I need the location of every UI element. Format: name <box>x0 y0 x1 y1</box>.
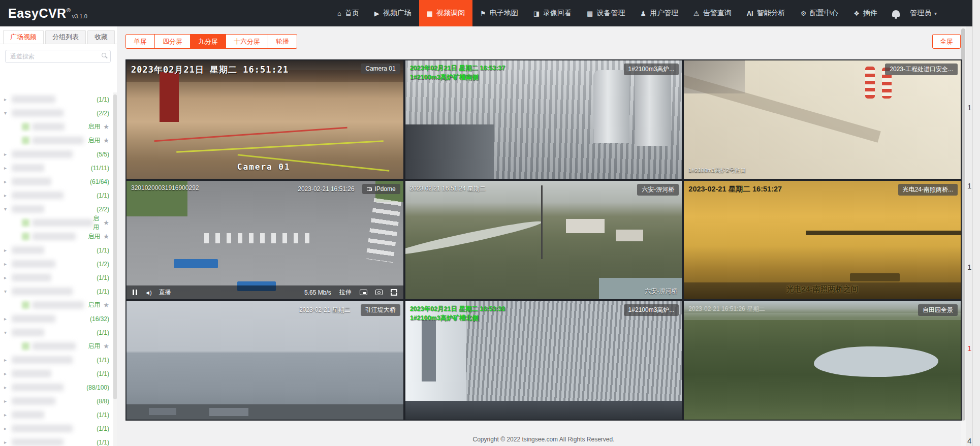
video-tile-3[interactable]: 2023-工程处进口安全... 1#2100m3高炉2号路口 <box>684 60 961 179</box>
right-edge-rail <box>972 0 980 446</box>
pip-icon[interactable] <box>360 290 367 295</box>
video-tile-1[interactable]: 2023年02月21日 星期二 16:51:21 Camera 01 Camer… <box>127 60 403 179</box>
channel-name-blurred <box>12 315 55 323</box>
tree-row[interactable]: 启用 ★ <box>0 298 113 312</box>
nav-item[interactable]: ⚠ 告警查询 <box>686 0 739 26</box>
expand-arrow-icon: ▸ <box>4 316 12 322</box>
tree-row[interactable]: 启用 ★ <box>0 339 113 353</box>
tree-row[interactable]: 启用 ★ <box>0 120 113 134</box>
search-input[interactable] <box>5 50 111 63</box>
nav-item[interactable]: ◨ 录像回看 <box>526 0 579 26</box>
tree-row[interactable]: ▸ (1/1) <box>0 92 113 106</box>
nav-item[interactable]: ⌂ 首页 <box>330 0 367 26</box>
tree-row[interactable]: ▸ (8/8) <box>0 394 113 408</box>
channel-name-blurred <box>12 397 55 405</box>
search-icon <box>102 53 106 57</box>
nav-item[interactable]: AI 智能分析 <box>739 0 793 26</box>
tree-row[interactable]: ▾ (2/2) <box>0 106 113 120</box>
layout-button[interactable]: 九分屏 <box>190 34 226 49</box>
layout-button[interactable]: 单屏 <box>125 34 155 49</box>
osd-camera-name: 1#2100m3高炉矿槽北侧 <box>410 313 505 323</box>
tree-row[interactable]: ▸ (88/100) <box>0 380 113 394</box>
tree-row[interactable]: 启用 ★ <box>0 216 113 230</box>
tree-row[interactable]: ▸ (11/11) <box>0 161 113 175</box>
tree-row[interactable]: ▸ (61/64) <box>0 175 113 188</box>
expand-arrow-icon: ▸ <box>4 357 12 363</box>
expand-arrow-icon: ▸ <box>4 371 12 376</box>
sidebar-scrollbar-thumb[interactable] <box>113 94 117 399</box>
nav-item[interactable]: ♟ 用户管理 <box>633 0 686 26</box>
nav-item[interactable]: ▶ 视频广场 <box>367 0 419 26</box>
volume-icon[interactable]: ◄) <box>145 290 151 296</box>
page-scrollbar-thumb[interactable] <box>961 28 965 421</box>
user-menu[interactable]: 管理员 ▾ <box>910 9 937 18</box>
pause-button[interactable] <box>133 290 137 295</box>
scene-layer <box>405 401 682 420</box>
layout-button[interactable]: 十六分屏 <box>226 34 268 49</box>
video-grid-icon: ▦ <box>427 10 433 17</box>
channel-count: (1/1) <box>97 247 109 254</box>
tree-row[interactable]: ▸ (1/1) <box>0 243 113 257</box>
layout-button[interactable]: 四分屏 <box>154 34 191 49</box>
favorite-star-icon[interactable]: ★ <box>103 342 109 350</box>
video-tile-2[interactable]: 2023年02月21日 星期二 16:53:37 1#2100m3高炉矿槽南侧 … <box>405 60 682 179</box>
tree-row[interactable]: ▸ (16/32) <box>0 312 113 326</box>
sidebar-tab[interactable]: 广场视频 <box>3 30 44 44</box>
video-tile-6[interactable]: 2023-02-21 星期二 16:51:27 光电24-南照两桥... 光电2… <box>684 181 961 299</box>
tree-row[interactable]: 启用 ★ <box>0 134 113 147</box>
sidebar-tab[interactable]: 分组列表 <box>45 30 86 44</box>
video-tile-4[interactable]: 32010200031916900292 2023-02-21 16:51:26… <box>127 181 403 299</box>
tree-row[interactable]: 启用 ★ <box>0 230 113 243</box>
stretch-button[interactable]: 拉伸 <box>339 288 352 297</box>
snapshot-icon[interactable] <box>375 290 383 295</box>
layout-button[interactable]: 轮播 <box>268 34 297 49</box>
channel-badge: 1#2100m3高炉... <box>624 304 679 316</box>
status-chip-blurred <box>22 137 29 144</box>
tree-row[interactable]: ▸ (1/1) <box>0 271 113 284</box>
video-tile-9[interactable]: 2023-02-21 16:51:26 星期二 自田园全景 <box>684 301 961 420</box>
tile-fullscreen-icon[interactable] <box>391 289 397 296</box>
tree-row[interactable]: ▸ (1/2) <box>0 257 113 271</box>
favorite-star-icon[interactable]: ★ <box>103 137 109 144</box>
nav-item[interactable]: ❖ 插件 <box>846 0 885 26</box>
fullscreen-button[interactable]: 全屏 <box>932 34 961 49</box>
tree-row[interactable]: ▸ (1/1) <box>0 422 113 435</box>
nav-item[interactable]: ▦ 视频调阅 <box>419 0 472 26</box>
tree-row[interactable]: ▾ (1/1) <box>0 284 113 298</box>
tree-row[interactable]: ▸ (1/1) <box>0 408 113 422</box>
channel-name-blurred <box>12 150 73 158</box>
channel-name-blurred <box>12 425 73 432</box>
bitrate-label: 5.65 Mb/s <box>304 289 331 296</box>
device-icon: ▤ <box>587 10 593 17</box>
nav-item[interactable]: ⚑ 电子地图 <box>472 0 526 26</box>
favorite-star-icon[interactable]: ★ <box>103 233 109 240</box>
video-tile-8[interactable]: 2023年02月21日 星期二 16:53:38 1#2100m3高炉矿槽北侧 … <box>405 301 682 420</box>
nav-item[interactable]: ⚙ 配置中心 <box>793 0 846 26</box>
favorite-star-icon[interactable]: ★ <box>103 219 109 227</box>
bell-icon[interactable] <box>892 10 900 17</box>
video-tile-7[interactable]: 2023-02-21 星期二 引江堤大桥 <box>127 301 403 420</box>
video-tile-5[interactable]: 2023.02.21 16:51:24 星期二 六安-淠河桥 六安-淠河桥 <box>405 181 682 299</box>
right-edge-cropped-panel: 1 1 1 1 4 <box>966 26 972 446</box>
sidebar-tab[interactable]: 收藏 <box>87 30 115 44</box>
sidebar-scrollbar[interactable] <box>113 92 117 446</box>
nav-item[interactable]: ▤ 设备管理 <box>579 0 633 26</box>
channel-count: (1/1) <box>97 439 109 446</box>
tree-row[interactable]: ▾ (1/1) <box>0 326 113 339</box>
tree-row[interactable]: ▸ (1/1) <box>0 435 113 446</box>
osd-camera-name: 1#2100m3高炉2号路口 <box>688 167 746 174</box>
scene-layer <box>593 70 629 143</box>
favorite-star-icon[interactable]: ★ <box>103 301 109 309</box>
nav-item-label: 视频广场 <box>383 9 412 18</box>
channel-name-blurred <box>12 192 64 199</box>
scene-layer <box>174 259 218 269</box>
channel-name-blurred <box>32 301 84 309</box>
tree-row[interactable]: ▸ (1/1) <box>0 367 113 380</box>
scene-layer <box>635 68 671 146</box>
channel-name-blurred <box>12 274 51 281</box>
tree-row[interactable]: ▸ (1/1) <box>0 188 113 202</box>
tree-row[interactable]: ▸ (1/1) <box>0 353 113 367</box>
tree-row[interactable]: ▸ (5/5) <box>0 147 113 161</box>
scene-layer <box>209 408 248 416</box>
favorite-star-icon[interactable]: ★ <box>103 123 109 131</box>
